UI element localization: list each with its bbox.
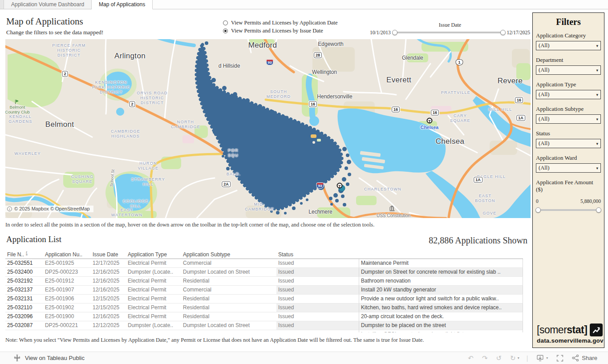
table-cell[interactable]: Electrical Permit — [126, 303, 181, 312]
table-cell[interactable]: 12/16/2025 — [91, 277, 126, 286]
table-cell[interactable]: Commercial — [181, 259, 276, 268]
description-cell[interactable]: Installing GFCI receptacle and new light… — [359, 330, 523, 332]
table-cell[interactable]: 25-032110 — [5, 303, 43, 312]
fee-slider-track[interactable] — [538, 209, 599, 211]
table-cell[interactable]: 12/15/2025 — [91, 295, 126, 303]
table-cell[interactable]: Dumpster (Locate.. — [126, 321, 181, 330]
table-cell[interactable]: DP25-000223 — [43, 268, 91, 277]
column-header[interactable]: Application Nu.. — [43, 251, 91, 258]
table-cell[interactable]: DP25-000221 — [43, 321, 91, 330]
filter-dropdown[interactable]: (All)▾ — [536, 163, 601, 173]
date-slider-track[interactable] — [395, 32, 503, 33]
applications-map[interactable]: MedfordArlingtonBelmontEverettRevereChel… — [5, 39, 531, 218]
table-cell[interactable]: E25-001925 — [43, 259, 91, 268]
radio-checked-icon[interactable] — [223, 28, 228, 33]
table-cell[interactable]: 12/12/2025 — [91, 321, 126, 330]
table-cell[interactable] — [5, 330, 43, 332]
table-cell[interactable]: Electrical Permit — [126, 277, 181, 286]
description-cell[interactable]: Maintenance Permit — [359, 259, 523, 268]
table-cell[interactable]: Issued — [276, 286, 359, 295]
table-cell[interactable]: 25-032096 — [5, 312, 43, 321]
table-cell[interactable]: 25-032192 — [5, 277, 43, 286]
slider-handle-start[interactable] — [392, 30, 397, 35]
table-cell[interactable]: E25-001907 — [43, 286, 91, 295]
table-cell[interactable]: 25-032131 — [5, 295, 43, 303]
column-header[interactable]: Status — [276, 251, 359, 258]
table-cell[interactable]: Issued — [276, 268, 359, 277]
filter-dropdown[interactable]: (All)▾ — [536, 41, 601, 50]
column-header[interactable]: Issue Date — [91, 251, 126, 258]
table-cell[interactable]: 25-032551 — [5, 259, 43, 268]
table-cell[interactable]: 25-032400 — [5, 268, 43, 277]
description-cell[interactable]: Provide a new outdoor light and switch f… — [359, 295, 523, 303]
filter-dropdown[interactable]: (All)▾ — [536, 90, 601, 99]
view-on-tableau-public-link[interactable]: View on Tableau Public — [25, 355, 85, 361]
table-cell[interactable]: 25-032137 — [5, 286, 43, 295]
radio-option[interactable]: View Permits and Licenses by Application… — [223, 19, 337, 27]
table-cell[interactable]: Electrical Permit — [126, 259, 181, 268]
table-cell[interactable]: 12/16/2025 — [91, 312, 126, 321]
description-cell[interactable]: Dumpster on Street for concrete removal … — [359, 268, 523, 277]
table-cell[interactable]: Electrical Permit — [126, 295, 181, 303]
redo-icon[interactable]: ↷ — [482, 355, 488, 361]
fee-handle-max[interactable] — [596, 207, 601, 213]
table-cell[interactable]: Issued — [276, 295, 359, 303]
table-cell[interactable]: Issued — [276, 277, 359, 286]
table-cell[interactable]: 12/16/2025 — [91, 286, 126, 295]
table-cell[interactable]: Commercial — [181, 286, 276, 295]
share-label[interactable]: Share — [582, 355, 597, 361]
download-icon[interactable]: ▾ — [536, 355, 548, 362]
table-cell[interactable]: Residential — [181, 295, 276, 303]
revert-icon[interactable]: ↺ — [496, 355, 502, 361]
info-icon[interactable]: i — [7, 206, 12, 211]
filter-dropdown[interactable]: (All)▾ — [536, 139, 601, 148]
undo-icon[interactable]: ↶ — [468, 355, 474, 361]
column-header[interactable]: File N..z a — [5, 251, 43, 258]
table-cell[interactable]: E25-001906 — [43, 295, 91, 303]
table-cell[interactable] — [181, 330, 276, 332]
tab-application-volume-dashboard[interactable]: Application Volume Dashboard — [4, 0, 92, 9]
sort-icon[interactable]: z a — [26, 251, 28, 255]
table-cell[interactable]: Issued — [276, 303, 359, 312]
table-cell[interactable]: 12/15/2025 — [91, 303, 126, 312]
table-cell[interactable]: Issued — [276, 259, 359, 268]
table-cell[interactable] — [276, 330, 359, 332]
table-cell[interactable] — [43, 330, 91, 332]
radio-option[interactable]: View Permits and Licenses by Issue Date — [223, 27, 337, 35]
table-cell[interactable]: Dumpster Located on Street — [181, 321, 276, 330]
table-cell[interactable]: Residential — [181, 277, 276, 286]
table-cell[interactable]: E25-001900 — [43, 312, 91, 321]
table-cell[interactable]: E25-001902 — [43, 303, 91, 312]
description-cell[interactable]: Install 20 kW standby generator — [359, 286, 523, 295]
share-icon[interactable] — [572, 355, 579, 361]
download-caret-icon[interactable]: ▾ — [546, 356, 548, 360]
fullscreen-icon[interactable] — [556, 355, 563, 362]
table-cell[interactable]: Dumpster (Locate.. — [126, 268, 181, 277]
filter-dropdown[interactable]: (All)▾ — [536, 65, 601, 75]
table-cell[interactable]: E25-001912 — [43, 277, 91, 286]
tab-map-of-applications[interactable]: Map of Applications — [92, 0, 153, 9]
table-cell[interactable]: Electrical Permit — [126, 312, 181, 321]
column-header[interactable]: Application Type — [126, 251, 181, 258]
slider-handle-end[interactable] — [500, 30, 506, 35]
table-cell[interactable]: Electrical Permit — [126, 286, 181, 295]
table-cell[interactable] — [126, 330, 181, 332]
table-cell[interactable]: 12/16/2025 — [91, 268, 126, 277]
refresh-caret-icon[interactable]: ▾ — [518, 356, 519, 360]
table-cell[interactable]: 12/17/2025 — [91, 259, 126, 268]
filter-dropdown[interactable]: (All)▾ — [536, 114, 601, 124]
table-cell[interactable]: Issued — [276, 321, 359, 330]
description-cell[interactable]: Kitchen, two baths, hard wired smokes an… — [359, 303, 523, 312]
description-cell[interactable]: 20-amp circuit located on the deck. — [359, 312, 523, 321]
radio-icon[interactable] — [223, 20, 228, 25]
column-header[interactable]: Application Subtype — [181, 251, 276, 258]
table-cell[interactable]: Issued — [276, 312, 359, 321]
refresh-icon[interactable]: ↻ — [510, 355, 516, 361]
table-cell[interactable] — [91, 330, 126, 332]
table-cell[interactable]: Dumpster Located on Street — [181, 268, 276, 277]
description-cell[interactable]: Bathroom renovation — [359, 277, 523, 286]
table-cell[interactable]: Residential — [181, 303, 276, 312]
table-cell[interactable]: Residential — [181, 312, 276, 321]
description-cell[interactable]: Dumpster to be placed on the street — [359, 321, 523, 330]
table-cell[interactable]: 25-032087 — [5, 321, 43, 330]
